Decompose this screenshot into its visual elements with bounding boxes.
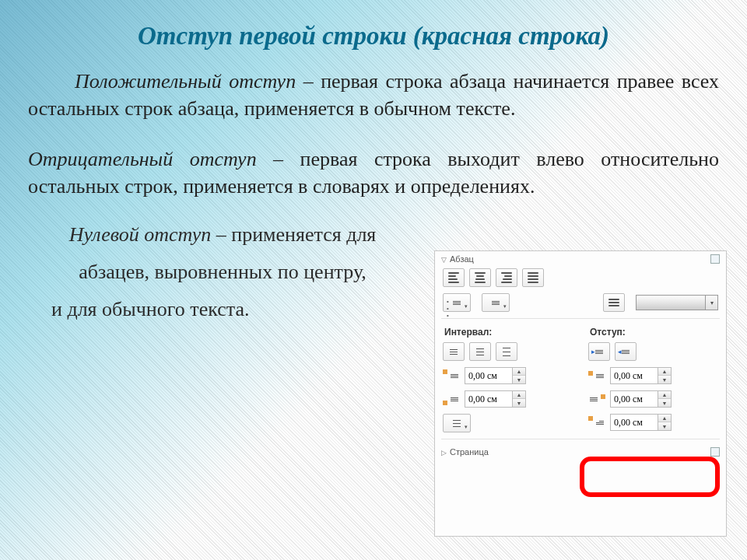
term-zero: Нулевой отступ: [69, 223, 212, 246]
space-below-field[interactable]: ▲▼: [465, 390, 526, 408]
line-spacing-2-button[interactable]: [496, 342, 517, 361]
number-list-button[interactable]: ▾: [482, 293, 510, 312]
indent-left-up[interactable]: ▲: [658, 368, 671, 376]
list-row: ••• ▾ ▾ ▾: [435, 290, 726, 315]
slide-title: Отступ первой строки (красная строка): [28, 22, 719, 51]
indent-left-field[interactable]: ▲▼: [610, 367, 672, 384]
text-zero-1: – применяется для: [211, 223, 376, 246]
first-line-indent-down[interactable]: ▼: [658, 422, 671, 430]
alignment-row: [435, 265, 726, 290]
indent-left-icon: [588, 368, 605, 383]
label-interval: Интервал:: [435, 322, 580, 339]
align-right-button[interactable]: [496, 268, 517, 287]
indent-left-input[interactable]: [611, 370, 658, 382]
space-above-field[interactable]: ▲▼: [465, 367, 526, 384]
section-title-page: Страница: [450, 447, 489, 457]
paragraph-negative: Отрицательный отступ – первая строка вых…: [28, 145, 719, 200]
line-spacing-1-button[interactable]: [443, 342, 465, 361]
section-title-paragraph: Абзац: [450, 254, 474, 264]
dialog-launcher-page-icon[interactable]: [710, 447, 720, 457]
term-positive: Положительный отступ: [75, 70, 296, 93]
indent-right-icon: [588, 391, 605, 407]
panel-section-page[interactable]: ▷Страница: [435, 443, 726, 458]
dialog-launcher-icon[interactable]: [710, 254, 720, 264]
bullet-list-button[interactable]: ••• ▾: [443, 293, 471, 312]
increase-indent-button[interactable]: ▸: [588, 342, 610, 361]
term-negative: Отрицательный отступ: [28, 148, 257, 170]
align-justify-button[interactable]: [522, 268, 544, 287]
indent-right-up[interactable]: ▲: [658, 391, 671, 399]
first-line-indent-input[interactable]: [611, 417, 658, 429]
space-below-icon: [443, 391, 460, 407]
first-line-indent-icon: [588, 415, 605, 430]
label-indent: Отступ:: [580, 322, 726, 339]
panel-section-paragraph[interactable]: ▽Абзац: [435, 251, 726, 265]
indent-right-field[interactable]: ▲▼: [610, 390, 672, 408]
line-spacing-15-button[interactable]: [469, 342, 491, 361]
paragraph-zero: Нулевой отступ – применяется для абзацев…: [28, 223, 417, 321]
text-zero-3: и для обычного текста.: [51, 298, 417, 321]
first-line-indent-field[interactable]: ▲▼: [610, 414, 672, 431]
space-above-icon: [443, 368, 460, 383]
indent-right-down[interactable]: ▼: [658, 399, 671, 407]
paragraph-positive: Положительный отступ – первая строка абз…: [28, 68, 719, 122]
first-line-indent-up[interactable]: ▲: [658, 415, 671, 422]
align-left-button[interactable]: [443, 268, 465, 287]
text-zero-2: абзацев, выровненных по центру,: [28, 261, 417, 284]
space-below-up[interactable]: ▲: [513, 391, 525, 399]
indent-left-down[interactable]: ▼: [658, 376, 671, 383]
align-center-button[interactable]: [469, 268, 491, 287]
highlight-box: [580, 457, 720, 497]
space-above-down[interactable]: ▼: [513, 376, 525, 383]
expand-icon: ▷: [441, 449, 447, 457]
collapse-icon: ▽: [441, 256, 447, 264]
paragraph-panel: ▽Абзац ••• ▾ ▾ ▾ Интервал: Отступ:: [434, 250, 727, 537]
decrease-indent-button[interactable]: ◂: [615, 342, 637, 361]
space-above-up[interactable]: ▲: [513, 368, 525, 376]
indent-right-input[interactable]: [611, 394, 658, 405]
space-below-input[interactable]: [465, 394, 512, 405]
line-spacing-dropdown[interactable]: ▾: [443, 414, 471, 432]
fill-toggle-button[interactable]: [603, 293, 625, 312]
fill-color-swatch[interactable]: [636, 295, 706, 310]
space-below-down[interactable]: ▼: [513, 399, 525, 407]
fill-color-dropdown[interactable]: ▾: [706, 295, 718, 310]
space-above-input[interactable]: [465, 370, 512, 382]
